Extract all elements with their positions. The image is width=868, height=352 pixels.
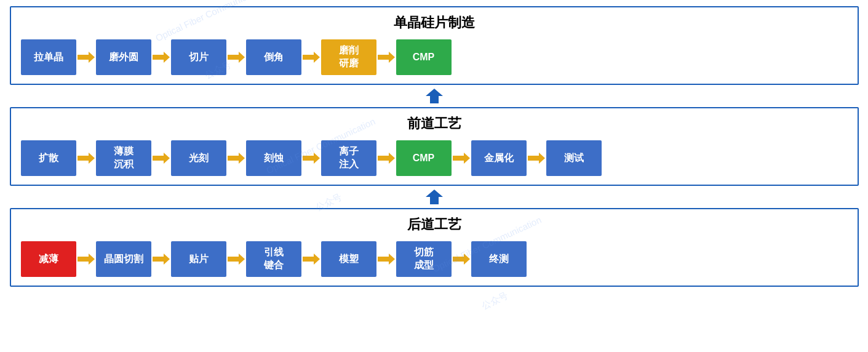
right-arrow-icon <box>76 50 96 64</box>
process-box: 终测 <box>471 241 527 277</box>
process-box: 切片 <box>171 39 226 75</box>
process-box: 引线 键合 <box>246 241 301 277</box>
process-box: 刻蚀 <box>246 140 301 176</box>
right-arrow-icon <box>376 252 396 266</box>
right-arrow-icon <box>301 151 321 165</box>
right-arrow-icon <box>301 50 321 64</box>
svg-marker-18 <box>378 254 395 265</box>
process-box: 薄膜 沉积 <box>96 140 151 176</box>
process-box: 磨外圆 <box>96 39 151 75</box>
section-backend-title: 后道工艺 <box>21 215 848 234</box>
process-box: 磨削 研磨 <box>321 39 376 75</box>
svg-marker-10 <box>378 153 395 164</box>
down-arrow-1 <box>10 85 859 107</box>
right-arrow-icon <box>151 151 171 165</box>
section-frontend-title: 前道工艺 <box>21 114 848 133</box>
right-arrow-icon <box>301 252 321 266</box>
svg-marker-12 <box>528 153 545 164</box>
flow-row-backend: 减薄 晶圆切割 贴片 引线 键合 模塑 切筋 成型 终测 <box>21 241 848 277</box>
svg-marker-15 <box>153 254 170 265</box>
process-box: 减薄 <box>21 241 76 277</box>
process-box: 离子 注入 <box>321 140 376 176</box>
section-backend: 后道工艺 减薄 晶圆切割 贴片 引线 键合 模塑 切筋 成型 终测 <box>10 208 859 287</box>
main-container: 单晶硅片制造 拉单晶 磨外圆 切片 倒角 磨削 研磨 CMP 前道工艺 扩散 薄… <box>10 6 859 287</box>
svg-marker-5 <box>426 89 443 103</box>
down-arrow-2 <box>10 186 859 208</box>
flow-row-wafer: 拉单晶 磨外圆 切片 倒角 磨削 研磨 CMP <box>21 39 848 75</box>
svg-marker-0 <box>78 52 95 63</box>
svg-marker-8 <box>228 153 245 164</box>
svg-marker-1 <box>153 52 170 63</box>
right-arrow-icon <box>376 50 396 64</box>
process-box: CMP <box>396 140 452 176</box>
svg-marker-6 <box>78 153 95 164</box>
right-arrow-icon <box>226 50 246 64</box>
section-wafer-title: 单晶硅片制造 <box>21 14 848 32</box>
svg-marker-13 <box>426 190 443 204</box>
process-box: 光刻 <box>171 140 226 176</box>
right-arrow-icon <box>151 252 171 266</box>
process-box: 拉单晶 <box>21 39 76 75</box>
svg-marker-17 <box>303 254 320 265</box>
process-box: 晶圆切割 <box>96 241 151 277</box>
process-box: 模塑 <box>321 241 376 277</box>
right-arrow-icon <box>452 151 471 165</box>
process-box: 贴片 <box>171 241 226 277</box>
right-arrow-icon <box>376 151 396 165</box>
svg-marker-9 <box>303 153 320 164</box>
right-arrow-icon <box>76 252 96 266</box>
process-box: 切筋 成型 <box>396 241 452 277</box>
right-arrow-icon <box>226 252 246 266</box>
svg-marker-4 <box>378 52 395 63</box>
flow-row-frontend: 扩散 薄膜 沉积 光刻 刻蚀 离子 注入 CMP 金属化 测试 <box>21 140 848 176</box>
svg-marker-2 <box>228 52 245 63</box>
svg-marker-16 <box>228 254 245 265</box>
right-arrow-icon <box>151 50 171 64</box>
svg-marker-3 <box>303 52 320 63</box>
process-box: 金属化 <box>471 140 527 176</box>
section-frontend: 前道工艺 扩散 薄膜 沉积 光刻 刻蚀 离子 注入 CMP 金属化 测试 <box>10 107 859 186</box>
svg-marker-7 <box>153 153 170 164</box>
svg-marker-11 <box>453 153 470 164</box>
svg-marker-19 <box>453 254 470 265</box>
svg-marker-14 <box>78 254 95 265</box>
right-arrow-icon <box>452 252 471 266</box>
section-wafer: 单晶硅片制造 拉单晶 磨外圆 切片 倒角 磨削 研磨 CMP <box>10 6 859 85</box>
process-box: 扩散 <box>21 140 76 176</box>
process-box: 测试 <box>546 140 602 176</box>
process-box: CMP <box>396 39 452 75</box>
right-arrow-icon <box>76 151 96 165</box>
right-arrow-icon <box>527 151 546 165</box>
process-box: 倒角 <box>246 39 301 75</box>
right-arrow-icon <box>226 151 246 165</box>
